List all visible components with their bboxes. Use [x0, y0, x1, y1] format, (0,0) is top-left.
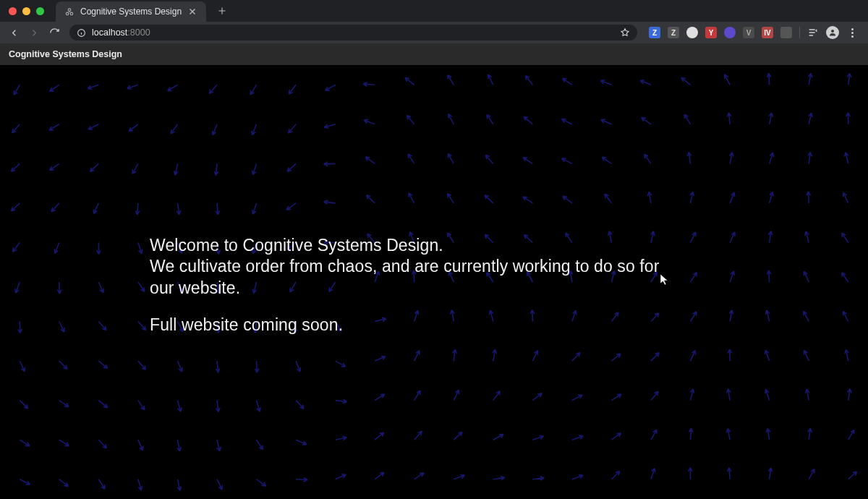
site-info-icon[interactable] — [77, 28, 86, 38]
page-body: Cognitive Systems Design Welcome to Cogn… — [0, 43, 868, 499]
extension-icon[interactable] — [780, 27, 792, 38]
hero-line: We cultivate order from chaos, and are c… — [150, 257, 659, 297]
hero-text: Welcome to Cognitive Systems Design. We … — [150, 235, 671, 336]
minimize-window-button[interactable] — [22, 7, 30, 15]
divider — [799, 27, 800, 38]
window-controls — [6, 7, 44, 15]
svg-point-4 — [831, 30, 834, 33]
hero-paragraph-2: Full website coming soon. — [150, 315, 671, 336]
close-tab-button[interactable] — [187, 7, 197, 17]
extension-icon[interactable]: Z — [668, 27, 679, 38]
url-field[interactable]: localhost:8000 — [69, 25, 637, 40]
tab-title: Cognitive Systems Design — [80, 7, 182, 17]
bookmark-star-icon[interactable] — [620, 27, 630, 38]
back-button[interactable] — [6, 25, 22, 40]
browser-tab[interactable]: Cognitive Systems Design — [56, 1, 206, 22]
new-tab-button[interactable] — [215, 4, 229, 18]
address-bar: localhost:8000 Z Z Y V IV — [0, 22, 868, 43]
extensions-area: Z Z Y V IV — [644, 26, 862, 39]
profile-avatar[interactable] — [826, 26, 839, 39]
extension-icon[interactable]: V — [743, 27, 754, 38]
extension-icon[interactable] — [724, 27, 736, 38]
mouse-cursor-icon — [660, 273, 670, 286]
extension-icon[interactable]: Y — [705, 27, 717, 38]
url-port: :8000 — [127, 27, 150, 38]
extension-icon[interactable]: IV — [762, 27, 773, 38]
reload-button[interactable] — [46, 25, 62, 40]
svg-point-0 — [68, 9, 71, 11]
reading-list-icon[interactable] — [807, 27, 819, 38]
hero-line: Welcome to Cognitive Systems Design. — [150, 236, 443, 255]
extension-icon[interactable] — [686, 27, 698, 38]
extension-icon[interactable]: Z — [649, 27, 660, 38]
close-window-button[interactable] — [9, 7, 17, 15]
tab-bar: Cognitive Systems Design — [0, 0, 868, 22]
page-header: Cognitive Systems Design — [0, 43, 868, 65]
url-host: localhost — [92, 27, 127, 38]
browser-menu-button[interactable] — [846, 27, 858, 38]
favicon-icon — [64, 7, 75, 17]
hero-paragraph-1: Welcome to Cognitive Systems Design. We … — [150, 235, 671, 299]
site-title: Cognitive Systems Design — [9, 49, 122, 59]
forward-button[interactable] — [26, 25, 42, 40]
browser-chrome: Cognitive Systems Design localhost:8000 — [0, 0, 868, 43]
maximize-window-button[interactable] — [36, 7, 44, 15]
